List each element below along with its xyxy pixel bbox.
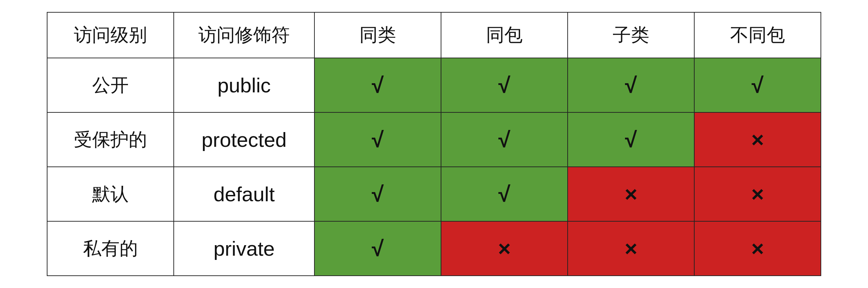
cell-diff-package-1: × [694,112,821,167]
cell-diff-package-0: √ [694,58,821,112]
cell-level-2: 默认 [47,167,174,221]
cell-same-package-3: × [441,221,568,276]
access-table: 访问级别 访问修饰符 同类 同包 子类 不同包 公开publ [47,12,821,276]
check-mark-icon: √ [372,127,384,152]
table-row: 受保护的protected√√√× [47,112,821,167]
table-body: 公开public√√√√受保护的protected√√√×默认default√√… [47,58,821,276]
col-header-access-level: 访问级别 [47,12,174,58]
col-header-same-class: 同类 [314,12,441,58]
check-mark-icon: √ [372,73,384,97]
check-mark-icon: √ [625,127,637,152]
cell-level-3: 私有的 [47,221,174,276]
col-header-same-package: 同包 [441,12,568,58]
cell-subclass-0: √ [568,58,694,112]
table-row: 私有的private√××× [47,221,821,276]
check-mark-icon: √ [625,73,637,97]
cross-mark-icon: × [751,182,764,206]
cell-modifier-0: public [174,58,314,112]
cell-modifier-1: protected [174,112,314,167]
cell-level-1: 受保护的 [47,112,174,167]
cell-same-package-1: √ [441,112,568,167]
header-row: 访问级别 访问修饰符 同类 同包 子类 不同包 [47,12,821,58]
col-header-subclass: 子类 [568,12,694,58]
check-mark-icon: √ [498,127,510,152]
cell-same-class-0: √ [314,58,441,112]
cell-subclass-2: × [568,167,694,221]
table-wrapper: 访问级别 访问修饰符 同类 同包 子类 不同包 公开publ [47,12,821,276]
check-mark-icon: √ [752,73,764,97]
cell-level-0: 公开 [47,58,174,112]
cell-same-class-2: √ [314,167,441,221]
cell-modifier-3: private [174,221,314,276]
check-mark-icon: √ [372,182,384,206]
cell-same-package-0: √ [441,58,568,112]
cell-same-class-3: √ [314,221,441,276]
cross-mark-icon: × [751,236,764,261]
table-row: 默认default√√×× [47,167,821,221]
cell-same-package-2: √ [441,167,568,221]
cross-mark-icon: × [625,236,637,261]
cell-subclass-3: × [568,221,694,276]
cell-diff-package-2: × [694,167,821,221]
check-mark-icon: √ [372,236,384,261]
cell-diff-package-3: × [694,221,821,276]
check-mark-icon: √ [498,182,510,206]
check-mark-icon: √ [498,73,510,97]
col-header-access-modifier: 访问修饰符 [174,12,314,58]
cross-mark-icon: × [751,127,764,152]
col-header-different-package: 不同包 [694,12,821,58]
table-row: 公开public√√√√ [47,58,821,112]
cell-subclass-1: √ [568,112,694,167]
cell-same-class-1: √ [314,112,441,167]
cell-modifier-2: default [174,167,314,221]
cross-mark-icon: × [498,236,511,261]
cross-mark-icon: × [625,182,637,206]
